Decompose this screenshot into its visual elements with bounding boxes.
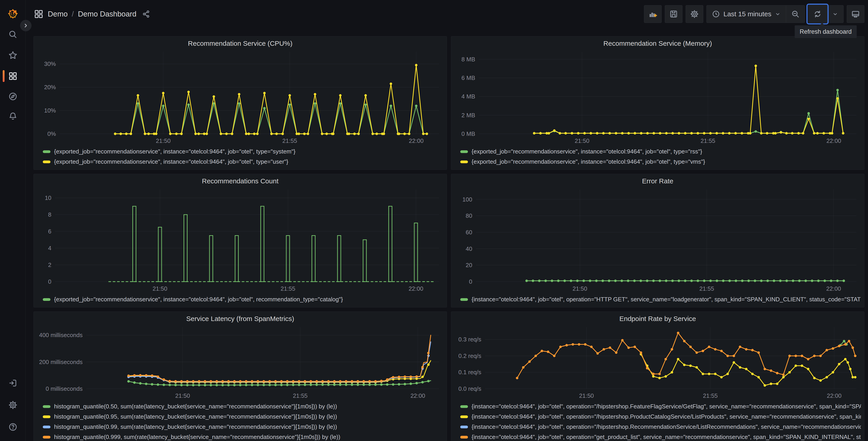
share-icon[interactable]: [142, 10, 151, 18]
monitor-icon: [851, 9, 860, 19]
breadcrumb-section[interactable]: Demo: [48, 10, 68, 18]
legend-item-label: {instance="otelcol:9464", job="otel", op…: [471, 434, 861, 441]
panel-header[interactable]: Error Rate: [454, 176, 861, 186]
sidebar-item-explore[interactable]: [0, 90, 26, 103]
legend-item[interactable]: {exported_job="recommendationservice", i…: [43, 294, 443, 304]
chart-canvas[interactable]: 21:5021:5522:000 milliseconds200 millise…: [37, 324, 443, 401]
chart-canvas[interactable]: 21:5021:5522:000246810: [37, 186, 443, 293]
legend: {exported_job="recommendationservice", i…: [37, 146, 443, 167]
refresh-dashboard-button[interactable]: [808, 5, 827, 23]
time-range-label: Last 15 minutes: [723, 10, 771, 18]
legend-item[interactable]: histogram_quantile(0.999, sum(rate(laten…: [43, 432, 443, 441]
svg-text:4: 4: [48, 245, 51, 252]
active-indicator: [3, 70, 4, 82]
legend-series-swatch: [460, 160, 468, 163]
dashboards-grid-icon: [8, 71, 18, 81]
help-icon: [8, 422, 18, 432]
sidebar-item-starred[interactable]: [0, 49, 26, 62]
zoom-out-time-range-button[interactable]: [786, 5, 805, 23]
panel-recommendation-service-memory: Recommendation Service (Memory) 21:5021:…: [451, 36, 864, 170]
svg-text:21:55: 21:55: [281, 285, 295, 292]
svg-text:21:55: 21:55: [700, 285, 714, 292]
sign-in-icon: [8, 378, 18, 388]
panel-recommendation-service-cpu: Recommendation Service (CPU%) 21:5021:55…: [33, 36, 447, 170]
panel-header[interactable]: Endpoint Rate by Service: [454, 314, 861, 324]
svg-text:22:00: 22:00: [826, 285, 841, 292]
cycle-view-mode-button[interactable]: [847, 5, 864, 23]
zoom-out-icon: [791, 10, 800, 18]
svg-text:30%: 30%: [44, 60, 56, 67]
panel-title: Service Latency (from SpanMetrics): [186, 315, 294, 323]
svg-text:200 milliseconds: 200 milliseconds: [39, 359, 83, 365]
panel-header[interactable]: Recommendation Service (CPU%): [37, 38, 443, 49]
legend-item[interactable]: histogram_quantile(0.50, sum(rate(latenc…: [43, 401, 443, 412]
svg-text:21:50: 21:50: [575, 138, 589, 144]
svg-text:22:00: 22:00: [827, 392, 841, 399]
legend-item-label: histogram_quantile(0.999, sum(rate(laten…: [54, 434, 340, 441]
save-dashboard-button[interactable]: [665, 5, 682, 23]
legend-item[interactable]: {instance="otelcol:9464", job="otel", op…: [460, 401, 861, 412]
svg-text:10%: 10%: [44, 107, 56, 114]
legend-item[interactable]: histogram_quantile(0.95, sum(rate(latenc…: [43, 412, 443, 422]
chart-canvas[interactable]: 21:5021:5522:000.0 req/s0.1 req/s0.2 req…: [454, 324, 861, 401]
svg-text:21:50: 21:50: [579, 392, 594, 399]
svg-text:22:00: 22:00: [409, 285, 423, 292]
time-range-picker[interactable]: Last 15 minutes: [707, 5, 786, 23]
legend-item[interactable]: {exported_job="recommendationservice", i…: [43, 157, 443, 167]
breadcrumb-page-title[interactable]: Demo Dashboard: [78, 10, 136, 18]
star-icon: [8, 51, 18, 60]
sidebar-item-help[interactable]: [0, 420, 26, 434]
legend-item-label: {exported_job="recommendationservice", i…: [54, 148, 296, 155]
legend-item[interactable]: {instance="otelcol:9464", job="otel", op…: [460, 422, 861, 432]
legend-item-label: {exported_job="recommendationservice", i…: [54, 158, 288, 165]
chevron-down-icon: [775, 11, 781, 17]
chart-canvas[interactable]: 21:5021:5522:000%10%20%30%: [37, 49, 443, 146]
sidebar-item-server-admin[interactable]: [0, 398, 26, 412]
panel-header[interactable]: Recommendation Service (Memory): [454, 38, 861, 49]
svg-text:100: 100: [463, 196, 472, 203]
panel-title: Recommendation Service (Memory): [603, 40, 712, 47]
breadcrumb: Demo / Demo Dashboard: [34, 9, 151, 19]
svg-text:0: 0: [48, 278, 51, 285]
expand-sidebar-button[interactable]: [20, 20, 31, 31]
panel-header[interactable]: Recommendations Count: [37, 176, 443, 186]
legend-item[interactable]: histogram_quantile(0.99, sum(rate(latenc…: [43, 422, 443, 432]
refresh-group: [808, 5, 843, 23]
sidebar-item-sign-in[interactable]: [0, 376, 26, 390]
legend-series-swatch: [43, 150, 51, 153]
sidebar-item-alerting[interactable]: [0, 109, 26, 123]
svg-text:0 MB: 0 MB: [461, 130, 475, 137]
legend-item[interactable]: {instance="otelcol:9464", job="otel", op…: [460, 412, 861, 422]
legend-item[interactable]: {exported_job="recommendationservice", i…: [460, 146, 861, 157]
clock-icon: [712, 10, 720, 18]
panel-title: Recommendation Service (CPU%): [188, 40, 292, 47]
svg-text:0.0 req/s: 0.0 req/s: [459, 385, 481, 392]
legend-item-label: {exported_job="recommendationservice", i…: [471, 148, 702, 155]
svg-text:10: 10: [45, 195, 51, 201]
svg-text:21:50: 21:50: [572, 285, 587, 292]
add-panel-button[interactable]: [644, 5, 662, 23]
sidebar-item-dashboards[interactable]: [0, 69, 26, 83]
grafana-logo[interactable]: [0, 7, 26, 20]
panel-title: Endpoint Rate by Service: [619, 315, 696, 323]
refresh-interval-dropdown[interactable]: [827, 5, 843, 23]
legend-item[interactable]: {exported_job="recommendationservice", i…: [43, 146, 443, 157]
svg-text:0 milliseconds: 0 milliseconds: [46, 385, 83, 392]
legend-series-swatch: [43, 425, 51, 428]
panel-header[interactable]: Service Latency (from SpanMetrics): [37, 314, 443, 324]
chart-canvas[interactable]: 21:5021:5522:000 MB2 MB4 MB6 MB8 MB: [454, 49, 861, 146]
save-floppy-icon: [669, 9, 678, 19]
legend-series-swatch: [43, 160, 51, 163]
add-panel-graph-icon: [648, 9, 657, 19]
svg-text:40: 40: [466, 245, 472, 252]
panel-service-latency: Service Latency (from SpanMetrics) 21:50…: [33, 312, 447, 441]
legend-item[interactable]: {exported_job="recommendationservice", i…: [460, 157, 861, 167]
legend-item-label: {instance="otelcol:9464", job="otel", op…: [471, 413, 861, 420]
chart-canvas[interactable]: 21:5021:5522:00020406080100: [454, 186, 861, 293]
legend-series-swatch: [460, 150, 468, 153]
legend-series-swatch: [460, 436, 468, 439]
top-navigation: Demo / Demo Dashboard: [26, 0, 868, 28]
legend-item[interactable]: {instance="otelcol:9464", job="otel", op…: [460, 294, 861, 304]
legend-item[interactable]: {instance="otelcol:9464", job="otel", op…: [460, 432, 861, 441]
dashboard-settings-button[interactable]: [686, 5, 703, 23]
